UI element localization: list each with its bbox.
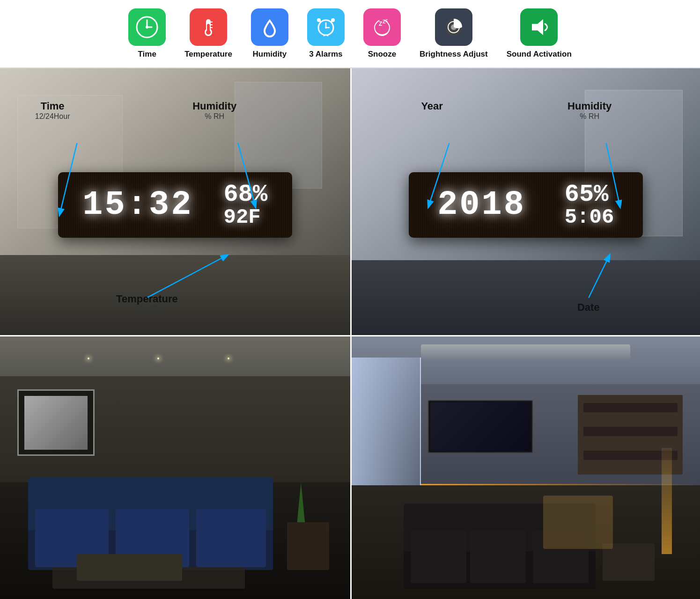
feature-temperature: Temperature [184, 8, 232, 59]
date-val-tr: 5:06 [565, 207, 614, 227]
temp-anno-title: Temperature [116, 293, 178, 305]
sound-label: Sound Activation [507, 50, 572, 59]
alarms-label: 3 Alarms [309, 50, 342, 59]
room-scene-bl [0, 336, 350, 599]
feature-bar: Time Temperature Humidity [0, 0, 700, 68]
tv-screen [430, 402, 530, 451]
side-table-bl [287, 522, 329, 570]
humidity-val-tr: 65% [565, 183, 609, 207]
humidity-annotation-tr: Humidity % RH [567, 100, 612, 121]
clock-time-tl: 15:32 [82, 186, 193, 224]
floor-lamp-br [662, 448, 672, 554]
svg-text:Z: Z [385, 18, 388, 22]
temp-val-tl: 92F [224, 207, 261, 227]
clock-year-tr: 2018 [437, 186, 526, 224]
tv-br [428, 400, 532, 453]
feature-snooze: Z Z Z Snooze [363, 8, 401, 59]
date-annotation-tr: Date [577, 301, 600, 314]
humidity-anno-title-tr: Humidity [567, 100, 612, 112]
quadrant-bottom-right [350, 335, 700, 599]
floor-tr [352, 260, 700, 335]
ceiling-light-panel-br [421, 344, 630, 360]
temperature-annotation-tl: Temperature °C / °F [116, 293, 178, 314]
year-annotation-tr: Year [421, 100, 443, 112]
time-annotation-tl: Time 12/24Hour [35, 100, 70, 121]
clock-device-tr: 2018 65% 5:06 [409, 172, 643, 238]
svg-text:Z: Z [379, 21, 382, 27]
svg-marker-25 [532, 19, 543, 35]
brightness-label: Brightness Adjust [420, 50, 488, 59]
time-anno-sub: 12/24Hour [35, 112, 70, 121]
snooze-icon: Z Z Z [363, 8, 401, 46]
shelf2 [583, 427, 678, 436]
quadrant-top-right: 2018 65% 5:06 Year Humidity % RH Date [350, 68, 700, 335]
feature-humidity: Humidity [251, 8, 288, 59]
year-anno-title: Year [421, 100, 443, 112]
humidity-anno-title: Humidity [192, 100, 236, 112]
feature-sound: Sound Activation [507, 8, 572, 59]
svg-point-7 [206, 30, 211, 35]
temp-anno-sub: °C / °F [116, 305, 178, 314]
room-scene-br [352, 336, 700, 599]
feature-time: Time [128, 8, 166, 59]
temperature-label: Temperature [184, 50, 232, 59]
humidity-label: Humidity [253, 50, 287, 59]
clock-device-tl: 15:32 68% 92F [58, 172, 292, 238]
wall-art-bl [17, 389, 94, 456]
time-icon [128, 8, 166, 46]
svg-point-3 [146, 26, 148, 29]
cushion2-br [470, 530, 526, 583]
svg-point-24 [451, 24, 457, 30]
dining-table-br [543, 496, 613, 548]
shelf1 [583, 403, 678, 412]
temperature-icon [190, 8, 227, 46]
art-image-bl [24, 396, 88, 450]
svg-point-15 [317, 18, 321, 22]
snooze-label: Snooze [368, 50, 396, 59]
warm-strip-br [421, 484, 700, 485]
clock-humidity-tl: 68% 92F [224, 183, 268, 227]
ottoman-br [603, 543, 655, 580]
ceiling-bl [0, 336, 350, 376]
humidity-annotation-tl: Humidity % RH [192, 100, 236, 121]
quadrant-top-left: 15:32 68% 92F Time 12/24Hour Humidity % … [0, 68, 350, 335]
date-anno-title: Date [577, 301, 600, 314]
svg-point-16 [331, 18, 335, 22]
cushion1-br [411, 530, 466, 583]
windows-br [352, 358, 421, 504]
coffee-table-bl [77, 554, 182, 581]
time-label: Time [138, 50, 156, 59]
feature-brightness: Brightness Adjust [420, 8, 488, 59]
sound-icon [520, 8, 558, 46]
main-grid: 15:32 68% 92F Time 12/24Hour Humidity % … [0, 68, 700, 599]
cushion3-bl [196, 509, 266, 568]
humidity-icon [251, 8, 288, 46]
alarms-icon [307, 8, 345, 46]
brightness-icon [435, 8, 472, 46]
humidity-anno-sub-tr: % RH [567, 112, 612, 121]
feature-alarms: 3 Alarms [307, 8, 345, 59]
humidity-anno-sub: % RH [192, 112, 236, 121]
quadrant-bottom-left [0, 335, 350, 599]
clock-info-tr: 65% 5:06 [565, 183, 614, 227]
time-anno-title: Time [35, 100, 70, 112]
humidity-val-tl: 68% [224, 183, 268, 207]
